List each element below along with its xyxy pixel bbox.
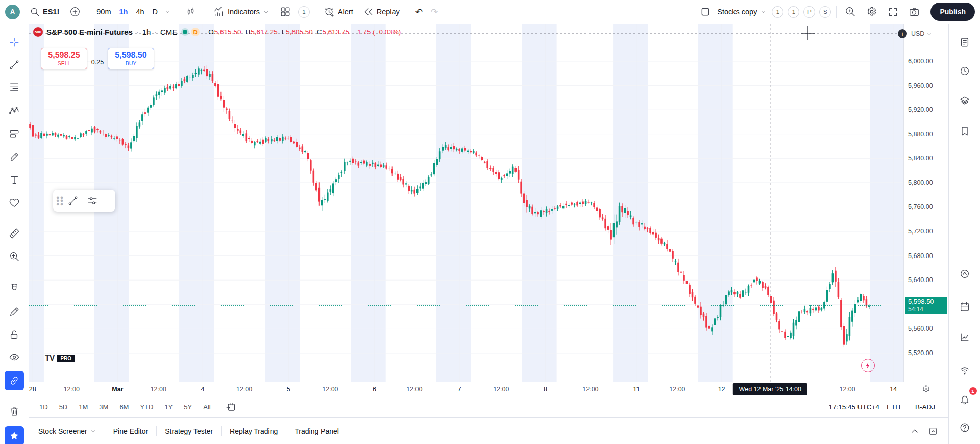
timeframe-1h[interactable]: 1h: [115, 3, 131, 21]
tab-stock-screener[interactable]: Stock Screener: [32, 423, 103, 439]
divider: [220, 402, 220, 412]
quick-search-button[interactable]: [840, 3, 861, 21]
xabcd-pattern-icon[interactable]: [5, 101, 24, 121]
session-toggle[interactable]: ETH: [887, 403, 900, 411]
ruler-icon[interactable]: [5, 224, 24, 243]
legend-symbol-title[interactable]: S&P 500 E-mini Futures: [46, 28, 133, 36]
lock-icon[interactable]: [5, 325, 24, 344]
undo-button[interactable]: ↶: [412, 7, 426, 17]
snapshot-button[interactable]: [904, 3, 924, 21]
time-scale[interactable]: Wed 12 Mar '25 14:00 2812:00Mar12:00412:…: [29, 382, 903, 396]
tradingview-logo[interactable]: TV: [45, 354, 54, 363]
redo-button[interactable]: ↷: [427, 7, 442, 17]
timeframe-D[interactable]: D: [149, 3, 161, 21]
time-axis-label: 11: [633, 386, 640, 393]
brush-icon[interactable]: [5, 147, 24, 167]
timeframe-4h[interactable]: 4h: [132, 3, 148, 21]
legend-interval[interactable]: 1h: [142, 28, 151, 36]
range-1d[interactable]: 1D: [35, 401, 52, 413]
price-chart[interactable]: 500 S&P 500 E-mini Futures · 1h · CME D …: [29, 24, 903, 382]
object-tree-icon[interactable]: [954, 90, 975, 111]
data-window-icon[interactable]: [954, 121, 975, 142]
range-1y[interactable]: 1Y: [160, 401, 177, 413]
ideas-icon[interactable]: [954, 327, 975, 347]
trash-icon[interactable]: [5, 402, 24, 421]
symbol-logo: 500: [33, 27, 43, 37]
avatar[interactable]: A: [5, 5, 20, 19]
flash-icon[interactable]: [861, 359, 875, 372]
tab-pine-editor[interactable]: Pine Editor: [107, 423, 154, 439]
watchlist-icon[interactable]: [954, 32, 975, 53]
alerts-clock-icon[interactable]: [954, 61, 975, 81]
compare-add-symbol-button[interactable]: [65, 3, 85, 21]
layout-name-button[interactable]: Stocks copy: [715, 3, 769, 21]
broadcast-icon[interactable]: [954, 360, 975, 381]
save-checkbox-icon[interactable]: [700, 7, 710, 17]
eye-icon[interactable]: [5, 347, 24, 367]
tab-trading-panel[interactable]: Trading Panel: [288, 423, 345, 439]
fib-retracement-icon[interactable]: [5, 78, 24, 97]
drag-handle-icon[interactable]: ●●●●●●: [56, 196, 62, 206]
price-scale[interactable]: + USD 5,598.50 54:14 6,000.005,960.005,9…: [903, 24, 948, 382]
trend-line-icon[interactable]: [5, 55, 24, 75]
go-to-date-icon[interactable]: [226, 402, 236, 412]
collab-badge-P[interactable]: P: [803, 6, 815, 18]
spread-value: 0.25: [87, 59, 108, 66]
crosshair-icon[interactable]: [5, 33, 24, 52]
adjustment-toggle[interactable]: B-ADJ: [915, 403, 935, 411]
divider: [221, 426, 222, 436]
range-5d[interactable]: 5D: [55, 401, 72, 413]
pencil-icon[interactable]: [5, 302, 24, 321]
calendar-icon[interactable]: [954, 296, 975, 317]
favorites-star-icon[interactable]: [5, 426, 24, 444]
layout-grid-button[interactable]: [275, 3, 296, 21]
collab-badge-S[interactable]: S: [819, 6, 831, 18]
zoom-in-icon[interactable]: [5, 247, 24, 266]
indicators-button[interactable]: Indicators: [209, 3, 274, 21]
help-icon[interactable]: [954, 417, 975, 438]
range-ytd[interactable]: YTD: [136, 401, 157, 413]
maximize-panel-icon[interactable]: [928, 426, 938, 436]
clock-utc[interactable]: 17:15:45 UTC+4: [829, 403, 879, 411]
fullscreen-button[interactable]: [883, 3, 903, 21]
drawing-tools-popup: ●●●●●●: [53, 190, 115, 212]
symbol-text: ES1!: [43, 8, 59, 16]
tab-replay-trading[interactable]: Replay Trading: [224, 423, 284, 439]
settings-button[interactable]: [862, 3, 882, 21]
chevron-down-icon: [760, 9, 767, 15]
chevron-up-icon[interactable]: [910, 426, 920, 436]
price-axis-label: 5,520.00: [908, 349, 933, 357]
delayed-data-badge[interactable]: D: [191, 28, 200, 36]
range-all[interactable]: All: [199, 401, 214, 413]
notifications-icon[interactable]: 1: [954, 389, 975, 409]
range-5y[interactable]: 5Y: [180, 401, 196, 413]
plus-circle-icon: [69, 6, 81, 17]
sync-drawings-icon[interactable]: [5, 371, 24, 390]
interval-menu-button[interactable]: [162, 3, 173, 21]
symbol-search-button[interactable]: ES1!: [25, 3, 64, 21]
plus-circle-icon[interactable]: +: [898, 29, 907, 38]
emoji-icon[interactable]: [5, 193, 24, 213]
alert-button[interactable]: Alert: [319, 3, 358, 21]
publish-button[interactable]: Publish: [930, 3, 975, 21]
magnet-icon[interactable]: [5, 278, 24, 298]
layout-count-badge[interactable]: 1: [298, 6, 310, 18]
timeframe-90m[interactable]: 90m: [93, 3, 114, 21]
time-scale-settings[interactable]: [903, 382, 948, 396]
collab-badge-1[interactable]: 1: [772, 6, 783, 18]
range-1m[interactable]: 1M: [75, 401, 92, 413]
long-position-icon[interactable]: [5, 124, 24, 144]
tab-strategy-tester[interactable]: Strategy Tester: [159, 423, 219, 439]
tool-settings-sliders-icon[interactable]: [84, 192, 101, 209]
hotlists-icon[interactable]: [954, 264, 975, 284]
range-3m[interactable]: 3M: [95, 401, 112, 413]
replay-button[interactable]: Replay: [359, 3, 404, 21]
trend-line-tool-button[interactable]: [64, 192, 82, 209]
collab-badge-1[interactable]: 1: [788, 6, 799, 18]
range-6m[interactable]: 6M: [115, 401, 133, 413]
sell-button[interactable]: 5,598.25 SELL: [41, 48, 87, 69]
currency-selector[interactable]: USD: [911, 30, 932, 37]
text-icon[interactable]: [5, 170, 24, 190]
buy-button[interactable]: 5,598.50 BUY: [108, 48, 154, 69]
chart-style-button[interactable]: [181, 3, 201, 21]
